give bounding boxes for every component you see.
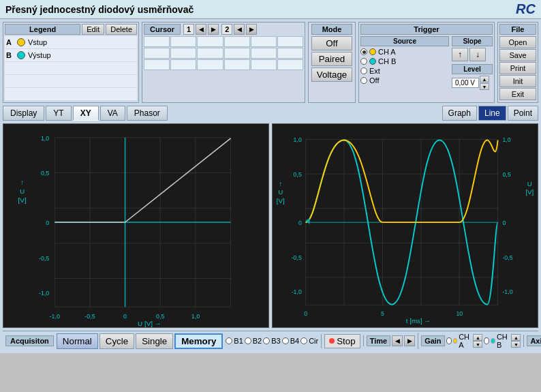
mode-voltage-button[interactable]: Voltage: [311, 67, 352, 82]
stop-button[interactable]: Stop: [324, 334, 360, 348]
trigger-ext-row: Ext: [360, 67, 449, 75]
tab-va[interactable]: VA: [100, 106, 125, 121]
mode-panel: Mode Off Paired Voltage: [308, 22, 356, 103]
trigger-chb-row: CH B: [360, 57, 449, 65]
acq-cycle-button[interactable]: Cycle: [99, 333, 134, 349]
stop-dot: [329, 338, 335, 344]
legend-row-empty-3: [5, 88, 137, 100]
stop-section: Stop: [321, 334, 360, 348]
cursor-next-2[interactable]: ▶: [246, 24, 257, 35]
gain-chb-down-button[interactable]: ▼: [511, 341, 521, 348]
file-print-button[interactable]: Print: [499, 62, 536, 74]
gain-cha-radio[interactable]: [446, 337, 452, 344]
trigger-chb-radio[interactable]: [360, 58, 367, 65]
legend-dot-b: [17, 51, 25, 59]
acq-radio-b2-circle[interactable]: [245, 337, 251, 344]
delete-button[interactable]: Delete: [106, 24, 137, 35]
cursor-title: Cursor: [144, 24, 181, 35]
cursor-cell-6: [277, 36, 303, 47]
trigger-cha-row: CH A: [360, 48, 449, 56]
file-panel: File Open Save Print Init Exit: [497, 22, 538, 103]
gain-section: Gain CH A ▲ ▼ CH B ▲ ▼: [418, 333, 521, 349]
cursor-prev-1[interactable]: ◀: [196, 24, 206, 35]
acq-radio-b3-label: B3: [271, 337, 280, 345]
xy-chart: -1,0 -0,5 0 0,5 1,0 U [V] → 1,0 0,5 0 -0…: [3, 123, 269, 328]
trigger-chb-dot: [369, 58, 376, 65]
gain-chb-radio[interactable]: [484, 337, 489, 344]
level-up-button[interactable]: ▲: [480, 76, 489, 82]
acq-radio-b1-circle[interactable]: [226, 337, 232, 344]
svg-text:U: U: [527, 180, 532, 187]
file-open-button[interactable]: Open: [499, 36, 536, 48]
time-next-button[interactable]: ▶: [404, 335, 415, 346]
slope-down-button[interactable]: ↓: [469, 48, 486, 61]
tab-display[interactable]: Display: [3, 106, 44, 121]
svg-text:10: 10: [456, 310, 463, 317]
trigger-ext-radio[interactable]: [360, 67, 367, 74]
tab-phasor[interactable]: Phasor: [127, 106, 168, 121]
file-title: File: [499, 24, 536, 35]
cursor-cell-12: [277, 48, 303, 59]
view-line-button[interactable]: Line: [478, 106, 506, 121]
mode-paired-button[interactable]: Paired: [311, 52, 352, 66]
gain-cha-down-button[interactable]: ▼: [473, 341, 482, 348]
legend-label-a: Vstup: [28, 38, 47, 46]
trigger-level: Level 0,00 V ▲ ▼: [452, 64, 493, 90]
acq-single-button[interactable]: Single: [136, 333, 173, 349]
trigger-off-radio[interactable]: [360, 77, 367, 84]
gain-cha: CH A: [446, 333, 472, 349]
cursor-cell-10: [224, 48, 250, 59]
gain-chb-up-button[interactable]: ▲: [511, 334, 521, 341]
view-point-button[interactable]: Point: [508, 106, 538, 121]
cursor-cell-9: [197, 48, 223, 59]
svg-rect-0: [14, 124, 258, 327]
acq-radio-cir-label: Cir: [309, 337, 318, 345]
cursor-next-1[interactable]: ▶: [208, 24, 219, 35]
time-prev-button[interactable]: ◀: [392, 335, 403, 346]
edit-button[interactable]: Edit: [82, 24, 104, 35]
svg-text:U: U: [20, 187, 25, 195]
cursor-prev-2[interactable]: ◀: [234, 24, 245, 35]
time-title: Time: [367, 335, 390, 346]
display-tabs: Display YT XY VA Phasor Graph Line Point: [3, 106, 538, 121]
file-save-button[interactable]: Save: [499, 49, 536, 61]
acq-normal-button[interactable]: Normal: [57, 333, 98, 349]
stop-label: Stop: [337, 336, 355, 346]
cursor-nav-1: 1 ◀ ▶: [183, 24, 219, 35]
svg-text:1,0: 1,0: [502, 136, 510, 143]
acq-radio-b3-circle[interactable]: [263, 337, 270, 344]
trigger-cha-radio[interactable]: [360, 48, 367, 55]
trigger-chb-label: CH B: [378, 57, 396, 65]
trigger-cha-dot: [369, 48, 376, 55]
gain-cha-up-button[interactable]: ▲: [473, 334, 482, 341]
svg-text:0: 0: [123, 313, 127, 320]
acq-radio-group: B1 B2 B3 B4 Cir: [226, 337, 318, 345]
svg-text:5: 5: [381, 310, 384, 317]
svg-text:0,5: 0,5: [41, 170, 49, 177]
file-init-button[interactable]: Init: [499, 75, 536, 87]
tab-yt[interactable]: YT: [46, 106, 71, 121]
slope-up-button[interactable]: ↑: [452, 48, 468, 61]
acq-radio-cir-circle[interactable]: [300, 337, 307, 344]
view-graph-button[interactable]: Graph: [442, 106, 477, 121]
acq-radio-b2: B2: [245, 337, 262, 345]
gain-chb-label: CH B: [497, 333, 510, 349]
cursor-cell-4: [224, 36, 250, 47]
mode-title: Mode: [311, 24, 352, 35]
file-exit-button[interactable]: Exit: [499, 88, 536, 100]
trigger-source-title: Source: [360, 36, 449, 46]
svg-text:[V]: [V]: [525, 188, 534, 196]
axis-title: Axis: [527, 335, 541, 346]
acq-memory-button[interactable]: Memory: [174, 333, 223, 349]
title-bar: Přesný jednocestný diodový usměrňovač RC: [0, 0, 541, 19]
svg-text:↑: ↑: [20, 179, 24, 186]
gain-chb-dot: [491, 338, 495, 344]
tab-xy[interactable]: XY: [73, 106, 99, 121]
level-down-button[interactable]: ▼: [480, 83, 489, 90]
acq-radio-b4-circle[interactable]: [282, 337, 289, 344]
mode-off-button[interactable]: Off: [311, 36, 352, 50]
svg-text:t [ms]  →: t [ms] →: [406, 317, 431, 325]
acq-radio-b4: B4: [282, 337, 299, 345]
cursor-cell-13: [144, 59, 170, 70]
axis-section: Axis Bip Uni: [523, 335, 541, 347]
